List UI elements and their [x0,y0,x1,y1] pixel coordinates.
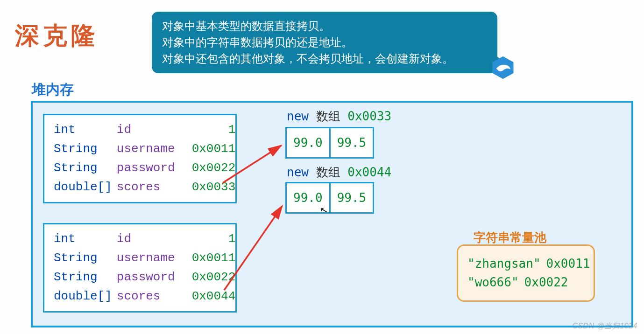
pool-entry: "wo666"0x0022 [467,273,584,292]
array-2-address: 0x0044 [347,165,391,179]
field-value: 0x0011 [178,140,238,158]
array-word: 数组 [316,109,340,123]
object-field-row: int id1 [52,230,237,248]
field-type: String [52,159,114,177]
field-type: String [52,140,114,158]
field-name: scores [115,178,177,196]
field-type: int [52,121,114,139]
object-field-row: double[]scores0x0033 [52,178,237,196]
field-name: password [115,159,177,177]
array-cell: 99.5 [331,128,373,157]
field-name: id [115,121,177,139]
array-2-box: 99.099.5 [285,182,374,214]
diagram-title: 深克隆 [15,20,99,52]
field-value: 1 [178,230,238,248]
array-2-label: new 数组 0x0044 [287,164,391,181]
field-name: username [115,249,177,267]
object-field-row: String username0x0011 [52,249,237,267]
callout-line-3: 对象中还包含的其他对象，不会拷贝地址，会创建新对象。 [162,51,487,67]
array-cell: 99.5 [331,183,373,212]
array-1-address: 0x0033 [347,109,391,123]
field-type: double[] [52,287,114,306]
object-field-row: double[]scores0x0044 [52,287,237,306]
object-1-table: int id1String username0x0011String passw… [51,120,238,197]
new-keyword: new [287,165,309,179]
callout-line-1: 对象中基本类型的数据直接拷贝。 [162,18,487,35]
pool-address: 0x0022 [524,275,568,289]
field-value: 0x0011 [178,249,238,267]
field-value: 0x0033 [178,178,238,196]
field-value: 0x0022 [178,159,238,177]
explanation-callout: 对象中基本类型的数据直接拷贝。 对象中的字符串数据拷贝的还是地址。 对象中还包含… [152,12,497,73]
object-2-table: int id1String username0x0011String passw… [51,229,238,306]
pool-entry: "zhangsan"0x0011 [467,254,584,273]
array-word: 数组 [316,165,340,179]
object-box-2: int id1String username0x0011String passw… [43,223,237,313]
field-value: 0x0022 [178,268,238,286]
string-pool-box: "zhangsan"0x0011"wo666"0x0022 [457,244,595,302]
heap-memory-label: 堆内存 [32,80,74,99]
field-type: String [52,268,114,286]
object-field-row: int id1 [52,121,237,139]
array-1-label: new 数组 0x0033 [287,108,391,125]
field-value: 0x0044 [178,287,238,306]
new-keyword: new [287,109,309,123]
field-name: scores [115,287,177,306]
object-field-row: String password0x0022 [52,159,237,177]
pool-address: 0x0011 [546,257,590,271]
watermark-text: CSDN @当归1024 [572,321,637,331]
field-type: String [52,249,114,267]
field-type: int [52,230,114,248]
object-box-1: int id1String username0x0011String passw… [43,114,237,203]
pool-string: "wo666" [467,275,519,289]
string-pool-label: 字符串常量池 [474,230,546,246]
field-type: double[] [52,178,114,196]
array-cell: 99.0 [287,128,331,157]
bird-icon [490,55,516,80]
pool-string: "zhangsan" [467,257,541,271]
field-name: password [115,268,177,286]
field-name: id [115,230,177,248]
field-value: 1 [178,121,238,139]
object-field-row: String password0x0022 [52,268,237,286]
field-name: username [115,140,177,158]
array-1-box: 99.099.5 [285,127,374,159]
callout-line-2: 对象中的字符串数据拷贝的还是地址。 [162,35,487,51]
object-field-row: String username0x0011 [52,140,237,158]
